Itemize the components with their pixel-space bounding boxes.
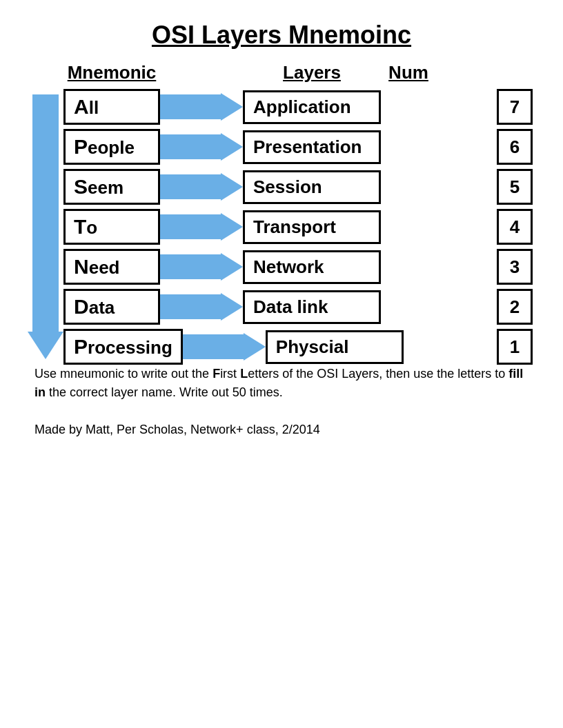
layer-first-letter: D	[253, 296, 266, 317]
arrow-shaft	[160, 94, 221, 119]
layer-rest: ession	[265, 176, 322, 197]
right-arrow	[160, 292, 243, 322]
table-row: DataData link	[63, 289, 487, 325]
bottom-description: Use mneumonic to write out the First Let…	[28, 365, 535, 402]
layer-box: Session	[243, 170, 381, 204]
mnemonic-box: To	[63, 209, 160, 245]
mnemonic-first-letter: D	[74, 295, 89, 318]
right-arrow	[183, 332, 266, 362]
arrow-shaft	[160, 254, 221, 279]
num-box: 2	[497, 289, 533, 325]
table-row: ProcessingPhyscial	[63, 329, 487, 365]
arrow-head	[221, 173, 243, 201]
mnemonic-first-letter: T	[74, 215, 86, 238]
arrow-head	[28, 332, 63, 359]
mnemonic-box: Seem	[63, 169, 160, 205]
table-row: ToTransport	[63, 209, 487, 245]
mnemonic-first-letter: N	[74, 255, 89, 278]
osi-content-area: AllApplicationPeoplePresentationSeemSess…	[28, 89, 535, 365]
layer-box: Presentation	[243, 130, 381, 164]
header-mnemonic: Mnemonic	[63, 62, 160, 83]
big-down-arrow-col	[28, 89, 63, 365]
right-arrow	[160, 172, 243, 202]
table-row: SeemSession	[63, 169, 487, 205]
layer-first-letter: T	[253, 216, 263, 237]
layer-box: Network	[243, 250, 381, 284]
num-box: 1	[497, 329, 533, 365]
arrow-head	[221, 213, 243, 241]
credit-text: Made by Matt, Per Scholas, Network+ clas…	[28, 423, 535, 437]
big-down-arrow	[28, 94, 63, 359]
right-arrow	[160, 92, 243, 122]
layer-rest: resentation	[265, 136, 362, 157]
layer-box: Data link	[243, 290, 381, 324]
mnemonic-first-letter: S	[74, 175, 88, 198]
layer-first-letter: S	[253, 176, 265, 197]
layer-first-letter: N	[253, 256, 266, 277]
mnemonic-rest: ata	[89, 297, 115, 318]
mnemonic-rest: o	[86, 217, 97, 238]
mnemonic-box: All	[63, 89, 160, 125]
layer-first-letter: P	[276, 336, 288, 357]
arrow-head	[221, 93, 243, 121]
layer-rest: pplication	[266, 97, 351, 117]
layer-rest: etwork	[266, 256, 324, 277]
layer-rest: hyscial	[288, 336, 348, 357]
num-box: 6	[497, 129, 533, 165]
right-arrow	[160, 252, 243, 282]
mnemonic-rest: eem	[88, 177, 124, 198]
arrow-shaft	[160, 294, 221, 319]
mnemonic-box: Processing	[63, 329, 183, 365]
mnemonic-rest: ll	[89, 97, 99, 118]
arrow-shaft	[160, 134, 221, 159]
mnemonic-box: Need	[63, 249, 160, 285]
mnemonic-box: People	[63, 129, 160, 165]
right-arrow	[160, 132, 243, 162]
layer-first-letter: A	[253, 97, 266, 117]
numbers-column: 7654321	[487, 89, 535, 365]
arrow-shaft	[160, 214, 221, 239]
num-box: 7	[497, 89, 533, 125]
layer-box: Transport	[243, 210, 381, 244]
mnemonic-first-letter: A	[74, 95, 89, 118]
num-box: 4	[497, 209, 533, 245]
layer-first-letter: P	[253, 136, 265, 157]
arrow-shaft	[183, 334, 244, 359]
arrow-shaft	[160, 174, 221, 199]
arrow-head	[221, 293, 243, 321]
arrow-head	[244, 333, 266, 361]
layer-box: Application	[243, 90, 381, 124]
page-title: OSI Layers Mnemoinc	[152, 21, 411, 50]
num-box: 3	[497, 249, 533, 285]
table-row: NeedNetwork	[63, 249, 487, 285]
column-headers: Mnemonic Layers Num	[28, 62, 535, 83]
layer-box: Physcial	[266, 330, 404, 364]
mnemonic-first-letter: P	[74, 335, 88, 358]
arrow-head	[221, 253, 243, 281]
rows-column: AllApplicationPeoplePresentationSeemSess…	[63, 89, 487, 365]
layer-rest: ata link	[266, 296, 328, 317]
table-row: AllApplication	[63, 89, 487, 125]
num-box: 5	[497, 169, 533, 205]
mnemonic-rest: eople	[88, 137, 135, 158]
mnemonic-rest: eed	[89, 257, 120, 278]
mnemonic-first-letter: P	[74, 135, 88, 158]
mnemonic-rest: rocessing	[88, 337, 172, 358]
table-row: PeoplePresentation	[63, 129, 487, 165]
arrow-head	[221, 133, 243, 161]
mnemonic-box: Data	[63, 289, 160, 325]
right-arrow	[160, 212, 243, 242]
layer-rest: ransport	[263, 216, 335, 237]
arrow-shaft	[32, 94, 59, 332]
header-layers: Layers	[243, 62, 381, 83]
header-num: Num	[381, 62, 429, 83]
